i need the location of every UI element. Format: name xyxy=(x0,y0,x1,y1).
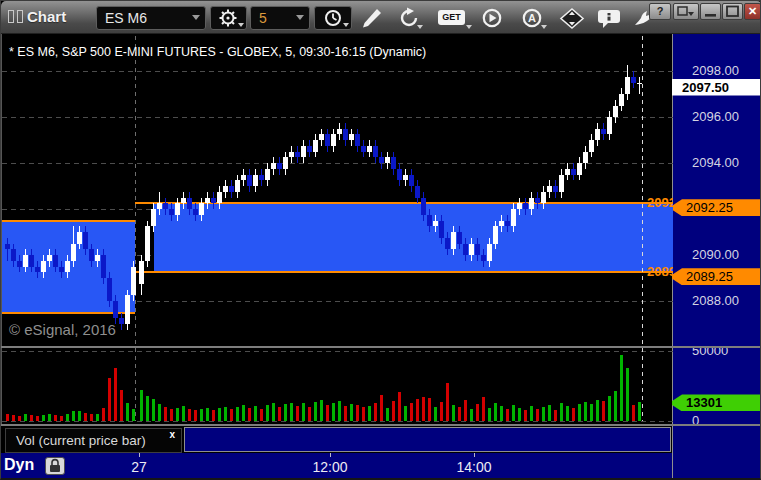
close-icon: ✕ xyxy=(748,5,757,17)
pencil-icon xyxy=(358,7,386,29)
volume-bars-layer xyxy=(6,355,641,421)
esignal-watermark: © eSignal, 2016 xyxy=(9,321,116,338)
draw-tools-button[interactable] xyxy=(358,7,388,31)
time-axis-label: 27 xyxy=(131,459,147,475)
price-axis-label: 2098.00 xyxy=(692,63,739,78)
replay-button[interactable] xyxy=(479,7,509,31)
dynamic-mode-label: Dyn xyxy=(4,456,34,474)
chat-button[interactable] xyxy=(595,7,625,31)
chart-title: * ES M6, S&P 500 E-MINI FUTURES - GLOBEX… xyxy=(9,45,426,59)
candlestick-chart[interactable] xyxy=(2,34,673,346)
chart-window: Chart ES M6 5 xyxy=(0,0,761,480)
price-axis-label: 2094.00 xyxy=(692,155,739,170)
zone-price-badge: 2089.25 xyxy=(669,268,761,285)
last-price-badge: 2097.50 xyxy=(658,79,761,96)
lock-toggle[interactable] xyxy=(45,457,65,475)
study-tab-row: Vol (current price bar) x xyxy=(1,426,672,453)
chat-bubble-icon xyxy=(595,7,625,30)
time-axis-label: 12:00 xyxy=(312,459,347,475)
minimize-icon xyxy=(701,4,720,19)
vol-tab-label: Vol (current price bar) xyxy=(16,433,146,448)
help-button[interactable]: ? xyxy=(649,3,671,20)
chevron-down-icon xyxy=(192,15,200,20)
interval-combo[interactable]: 5 xyxy=(250,6,310,30)
svg-text:A: A xyxy=(528,12,536,24)
chart-settings-button[interactable] xyxy=(210,6,247,30)
price-axis[interactable]: 2098.002096.002094.002092.002090.002088.… xyxy=(672,34,761,480)
get-icon: GET xyxy=(438,10,465,25)
auto-trade-button[interactable]: A xyxy=(519,7,549,31)
chevron-down-icon xyxy=(238,23,244,27)
candlestick-chart-pane[interactable]: * ES M6, S&P 500 E-MINI FUTURES - GLOBEX… xyxy=(1,34,672,346)
tab-strip-empty xyxy=(184,427,671,452)
current-volume-badge: 13301 xyxy=(669,394,761,411)
play-icon xyxy=(479,7,505,29)
titlebar[interactable]: Chart ES M6 5 xyxy=(1,1,761,34)
help-icon: ? xyxy=(657,5,664,17)
pane-divider[interactable] xyxy=(1,346,761,348)
interval-value: 5 xyxy=(259,10,267,26)
maximize-icon xyxy=(723,4,742,19)
volume-pane[interactable] xyxy=(1,348,672,424)
chevron-down-icon xyxy=(541,25,547,29)
window-menu-icon xyxy=(674,4,698,19)
time-tick xyxy=(474,453,475,457)
time-axis-label: 14:00 xyxy=(456,459,491,475)
link-diamond-icon xyxy=(558,7,586,30)
zone-price-label: 2092.25 xyxy=(647,195,673,211)
chart-window-icon xyxy=(8,10,25,24)
tab-vol-study[interactable]: Vol (current price bar) x xyxy=(5,428,182,453)
time-template-button[interactable] xyxy=(314,6,352,30)
symbol-link-button[interactable] xyxy=(558,7,588,31)
window-title: Chart xyxy=(27,8,66,25)
chevron-down-icon xyxy=(466,25,472,29)
chevron-down-icon xyxy=(417,25,423,29)
close-icon[interactable]: x xyxy=(169,430,175,440)
zone-price-badge: 2092.25 xyxy=(669,199,761,216)
symbol-combo[interactable]: ES M6 xyxy=(96,6,206,30)
lock-icon xyxy=(46,458,64,474)
price-axis-label: 2090.00 xyxy=(692,247,739,262)
time-axis[interactable]: Dyn 2712:0014:00 xyxy=(1,453,672,480)
reload-button[interactable] xyxy=(395,7,425,31)
minimize-button[interactable] xyxy=(700,3,721,20)
close-button[interactable]: ✕ xyxy=(744,3,761,20)
zone-price-label: 2089.25 xyxy=(647,264,673,280)
price-axis-label: 2088.00 xyxy=(692,293,739,308)
get-data-button[interactable]: GET xyxy=(438,7,472,31)
symbol-value: ES M6 xyxy=(105,10,147,26)
chevron-down-icon xyxy=(296,15,304,20)
time-tick xyxy=(139,453,140,457)
window-menu-button[interactable] xyxy=(673,3,699,20)
volume-chart[interactable] xyxy=(2,348,673,424)
price-axis-label: 2096.00 xyxy=(692,109,739,124)
maximize-button[interactable] xyxy=(722,3,743,20)
chevron-down-icon xyxy=(343,23,349,27)
time-tick xyxy=(330,453,331,457)
